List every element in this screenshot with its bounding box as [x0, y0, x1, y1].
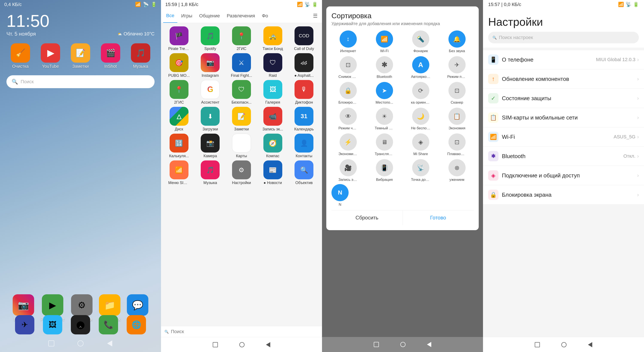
instagram-icon: 📷 [13, 294, 34, 316]
qs-screenrec[interactable]: 🎥 Запись экрана [332, 159, 365, 182]
qs-vibrate[interactable]: 📳 Вибрация [368, 159, 401, 182]
list-item[interactable]: 🔍 Объектив [289, 160, 318, 185]
qs-reading[interactable]: 👁 Режим чтения [332, 108, 365, 130]
list-item[interactable]: 📶 Меню SIM... [164, 160, 194, 185]
tab-entertainment[interactable]: Развлечения [224, 9, 258, 22]
qs-cast[interactable]: 🖥 Трансляция [368, 133, 401, 156]
nav-square-home[interactable] [48, 340, 55, 347]
nav-square-drawer[interactable] [213, 342, 218, 347]
qs-dark[interactable]: ☀ Темный режим [368, 108, 401, 130]
nav-back-drawer[interactable] [266, 342, 270, 347]
chrome-app[interactable]: 🌐 [127, 315, 146, 335]
settings-item-security[interactable]: ✓ Состояние защиты › [483, 89, 644, 108]
qs-rotation[interactable]: ⟳ ка ориентации [404, 82, 437, 105]
reset-button[interactable]: Сбросить [332, 210, 402, 225]
home-search-bar[interactable]: 🔍 Поиск [6, 75, 154, 88]
qs-economy[interactable]: 📋 Экономия [440, 108, 474, 130]
list-item[interactable]: 🔢 Калькуля... [164, 134, 194, 158]
list-item[interactable]: ⚔ Final Fight... [227, 53, 256, 78]
app-inshot[interactable]: 🎬 InShot [99, 43, 122, 69]
photos-app[interactable]: 🖼 [43, 315, 62, 335]
tab-all[interactable]: Все [163, 9, 177, 23]
settings-item-lockscreen[interactable]: 🔒 Блокировка экрана › [483, 185, 644, 204]
list-item[interactable]: 🧭 Компас [258, 134, 288, 158]
list-item[interactable]: 📹 Запись эк... [258, 107, 288, 131]
reading-icon: 👁 [340, 108, 357, 125]
list-item[interactable]: 🚕 Такси Бонд [258, 26, 288, 51]
qs-float[interactable]: ⊡ Плавающ... [440, 133, 474, 156]
app-youtube[interactable]: ▶ YouTube [39, 43, 62, 69]
list-item[interactable]: 📍 2ГИС [227, 26, 256, 51]
list-item[interactable]: 📍 2ГИС [164, 80, 194, 105]
settings-item-sim[interactable]: 📋 SIM-карты и мобильные сети › [483, 108, 644, 127]
settings-item-connection[interactable]: ◈ Подключение и общий доступ › [483, 166, 644, 185]
qs-mute[interactable]: 🔔 Без звука [440, 30, 474, 53]
settings-item-update[interactable]: ↑ Обновление компонентов › [483, 69, 644, 88]
qs-nfc[interactable]: N N [332, 184, 348, 207]
list-item[interactable]: 31 Календарь [289, 107, 318, 131]
list-item[interactable]: ⬇ Загрузки [196, 107, 225, 131]
nav-circle-home[interactable] [77, 340, 84, 347]
qs-restrict[interactable]: ⊗ ужением [440, 159, 474, 182]
list-item[interactable]: 📰 ● Новости [258, 160, 288, 185]
list-item[interactable]: 🖼 Галерея [258, 80, 288, 105]
tab-communication[interactable]: Общение [196, 9, 223, 22]
tab-games[interactable]: Игры [178, 9, 195, 22]
nav-back-settings[interactable] [588, 342, 592, 347]
telegram-app[interactable]: ✈ [15, 315, 34, 335]
qs-location[interactable]: ➤ Местопо... [368, 82, 401, 105]
qs-screenshot[interactable]: ⊡ Снимок экрана [332, 56, 365, 79]
list-item[interactable]: 🛡 Безопасн... [227, 80, 256, 105]
nav-back-home[interactable] [106, 340, 114, 347]
tab-more[interactable]: Фо [259, 9, 271, 22]
qs-flashlight[interactable]: 🔦 Фонарик [404, 30, 437, 53]
list-item[interactable]: G Ассистент [196, 80, 225, 105]
list-item[interactable]: 🛡 Raid [258, 53, 288, 78]
list-item[interactable]: 🎵 Музыка [196, 160, 225, 185]
qs-dnd[interactable]: 🌙 Не беспокоить [404, 108, 437, 130]
settings-search-bar[interactable]: 🔍 Поиск настроек [488, 32, 639, 43]
list-item[interactable]: ⚙ Настройки [227, 160, 256, 185]
settings-item-wifi[interactable]: 📶 Wi-Fi ASUS_5G › [483, 127, 644, 146]
settings-item-about[interactable]: 📱 О телефоне MIUI Global 12.0.3 › [483, 50, 644, 69]
qs-hotspot[interactable]: 📡 Точка доступа [404, 159, 437, 182]
nav-back-sort[interactable] [427, 342, 431, 347]
nav-circle-drawer[interactable] [239, 342, 244, 347]
list-item[interactable]: 👤 Контакты [289, 134, 318, 158]
phone-app[interactable]: 📞 [99, 315, 118, 335]
list-item[interactable]: 🏴 Pirate Trea... [164, 26, 194, 51]
nav-circle-settings[interactable] [561, 342, 566, 347]
nav-square-settings[interactable] [535, 342, 540, 347]
list-item[interactable]: △ Диск [164, 107, 194, 131]
qs-scanner[interactable]: ⊡ Сканер [440, 82, 474, 105]
list-item[interactable]: COD Call of Duty [289, 26, 318, 51]
drawer-search[interactable]: 🔍 [161, 326, 322, 337]
list-item[interactable]: 📷 Instagram [196, 53, 225, 78]
settings-item-bluetooth[interactable]: ✱ Bluetooth Откл. › [483, 147, 644, 166]
app-music[interactable]: 🎵 Музыка [129, 43, 152, 69]
qs-mishare[interactable]: ◈ Mi Share [404, 133, 437, 156]
nav-circle-sort[interactable] [400, 342, 406, 347]
app-notes[interactable]: 📝 Заметки [69, 43, 92, 69]
qs-bluetooth[interactable]: ✱ Bluetooth [368, 56, 401, 79]
qs-autobright[interactable]: A Автояркость [404, 56, 437, 79]
drawer-search-input[interactable] [171, 329, 318, 335]
qs-powersave[interactable]: ⚡ Экономия эне... [332, 133, 365, 156]
list-item[interactable]: 📝 Заметки [227, 107, 256, 131]
list-item[interactable]: 🗺 Карты [227, 134, 256, 158]
nav-square-sort[interactable] [374, 342, 379, 347]
camera-app[interactable]: ⬤ [71, 315, 90, 335]
list-item[interactable]: 🎯 PUBG MO... [164, 53, 194, 78]
drawer-menu-icon[interactable]: ☰ [311, 11, 320, 21]
list-item[interactable]: 🏎 ● Asphalt... [289, 53, 318, 78]
qs-airplane[interactable]: ✈ Режим полета [440, 56, 474, 79]
qs-lock[interactable]: 🔒 Блокировка [332, 82, 365, 105]
list-item[interactable]: 🎙 Диктофон [289, 80, 318, 105]
list-item[interactable]: 🎵 Spotify [196, 26, 225, 51]
done-button[interactable]: Готово [403, 210, 474, 225]
telegram-icon: ✈ [15, 315, 34, 335]
list-item[interactable]: 📸 Камера [196, 134, 225, 158]
qs-wifi[interactable]: 📶 Wi-Fi [368, 30, 401, 53]
qs-internet[interactable]: ↕ Интернет [332, 30, 365, 53]
app-cleaner[interactable]: 🧹 Очистка [8, 43, 32, 69]
